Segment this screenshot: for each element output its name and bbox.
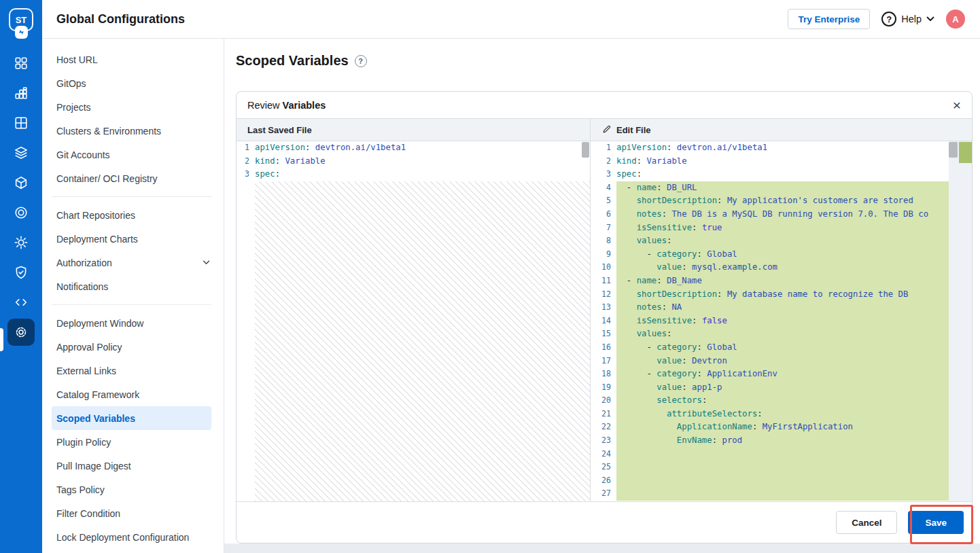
avatar[interactable]: A	[946, 10, 965, 29]
app-rail: ST	[0, 0, 42, 553]
stack-icon[interactable]	[13, 145, 29, 161]
main-content: Scoped Variables ? Review Variables × La…	[224, 39, 980, 553]
code-line-16: 16 - category: Global	[591, 341, 972, 355]
target-icon[interactable]	[13, 204, 29, 221]
code-line-20: 20 selectors:	[591, 394, 972, 408]
code-icon[interactable]	[13, 294, 29, 310]
page-help-icon[interactable]: ?	[355, 55, 367, 67]
cube-icon[interactable]	[13, 175, 29, 191]
right-pane-scrollbar[interactable]	[949, 142, 958, 158]
help-icon: ?	[881, 12, 896, 26]
code-line-12: 12 shortDescription: My database name to…	[591, 288, 972, 302]
code-line-26: 26	[591, 474, 972, 488]
devtron-logo-icon	[15, 26, 28, 39]
top-header: Global Configurations Try Enterprise ? H…	[42, 0, 980, 39]
left-pane-scrollbar[interactable]	[582, 142, 589, 158]
sidebar-item-deployment-window[interactable]: Deployment Window	[42, 311, 224, 335]
edit-file-header: Edit File	[591, 119, 972, 141]
code-line-24: 24	[591, 448, 972, 461]
sidebar-item-pull-image-digest[interactable]: Pull Image Digest	[42, 454, 224, 478]
code-line-13: 13 notes: NA	[591, 301, 972, 315]
code-line-27: 27	[591, 487, 972, 501]
chevron-down-icon	[203, 260, 210, 265]
sidebar-divider	[52, 196, 211, 197]
code-line-19: 19 value: app1-p	[591, 381, 972, 395]
code-line-11: 11 - name: DB_Name	[591, 274, 972, 288]
sidebar-item-notifications[interactable]: Notifications	[42, 274, 224, 298]
code-line-1: 1apiVersion: devtron.ai/v1beta1	[591, 141, 972, 155]
gear-sun-icon[interactable]	[13, 234, 29, 251]
sidebar-item-projects[interactable]: Projects	[42, 95, 224, 119]
apps-grid-icon[interactable]	[13, 55, 29, 71]
code-line-6: 6 notes: The DB is a MySQL DB running ve…	[591, 208, 972, 221]
app-logo[interactable]: ST	[9, 8, 33, 39]
chart-blocks-icon[interactable]	[13, 85, 29, 101]
sidebar-item-container-oci-registry[interactable]: Container/ OCI Registry	[42, 166, 224, 190]
sidebar-item-plugin-policy[interactable]: Plugin Policy	[42, 430, 224, 454]
sidebar-item-external-links[interactable]: External Links	[42, 359, 224, 382]
help-menu[interactable]: ? Help	[881, 12, 934, 26]
help-label: Help	[901, 14, 922, 24]
sidebar-divider	[52, 304, 211, 305]
sidebar-item-deployment-charts[interactable]: Deployment Charts	[42, 227, 224, 251]
review-variables-card: Review Variables × Last Saved File Edit …	[236, 91, 973, 543]
cancel-button[interactable]: Cancel	[836, 511, 897, 534]
code-line-8: 8 values:	[591, 234, 972, 248]
sidebar-item-approval-policy[interactable]: Approval Policy	[42, 335, 224, 359]
sidebar-item-host-url[interactable]: Host URL	[42, 48, 224, 71]
page-bottom-strip	[224, 543, 980, 553]
settings-gear-icon[interactable]	[7, 319, 35, 346]
sidebar-item-git-accounts[interactable]: Git Accounts	[42, 143, 224, 166]
sidebar-item-gitops[interactable]: GitOps	[42, 71, 224, 95]
edit-file-pane[interactable]: 1apiVersion: devtron.ai/v1beta12kind: Va…	[591, 141, 972, 501]
diff-change-marker	[959, 142, 972, 163]
config-sidebar: Host URLGitOpsProjectsClusters & Environ…	[42, 39, 224, 553]
code-line-21: 21 attributeSelectors:	[591, 408, 972, 421]
try-enterprise-button[interactable]: Try Enterprise	[788, 9, 870, 29]
last-saved-file-pane: 1apiVersion: devtron.ai/v1beta12kind: Va…	[237, 141, 591, 501]
code-line-5: 5 shortDescription: My application's cus…	[591, 194, 972, 208]
code-line-22: 22 ApplicationName: MyFirstApplication	[591, 421, 972, 434]
sidebar-item-chart-repositories[interactable]: Chart Repositories	[42, 203, 224, 227]
active-section-indicator	[0, 328, 3, 351]
code-line-2: 2kind: Variable	[591, 155, 972, 168]
modal-title: Review Variables	[247, 100, 326, 111]
code-line-10: 10 value: mysql.example.com	[591, 261, 972, 274]
overview-ruler	[949, 141, 972, 501]
sidebar-item-authorization[interactable]: Authorization	[42, 251, 224, 274]
code-line-25: 25	[591, 461, 972, 474]
code-line-3: 3spec:	[237, 168, 590, 181]
sidebar-item-catalog-framework[interactable]: Catalog Framework	[42, 382, 224, 406]
code-line-1: 1apiVersion: devtron.ai/v1beta1	[237, 141, 590, 155]
code-line-18: 18 - category: ApplicationEnv	[591, 368, 972, 381]
window-grid-icon[interactable]	[13, 115, 29, 131]
sidebar-item-filter-condition[interactable]: Filter Condition	[42, 501, 224, 525]
save-button[interactable]: Save	[908, 511, 964, 534]
chevron-down-icon	[926, 16, 934, 22]
code-line-3: 3spec:	[591, 168, 972, 181]
pencil-icon	[602, 124, 612, 136]
sidebar-item-scoped-variables[interactable]: Scoped Variables	[52, 406, 211, 430]
shield-check-icon[interactable]	[13, 264, 29, 281]
diff-empty-hatch	[255, 181, 590, 501]
code-line-23: 23 EnvName: prod	[591, 434, 972, 448]
close-icon[interactable]: ×	[953, 98, 961, 112]
sidebar-item-lock-deployment-configuration[interactable]: Lock Deployment Configuration	[42, 525, 224, 549]
code-line-9: 9 - category: Global	[591, 248, 972, 262]
code-line-14: 14 isSensitive: false	[591, 315, 972, 328]
code-line-4: 4 - name: DB_URL	[591, 181, 972, 195]
code-line-7: 7 isSensitive: true	[591, 221, 972, 235]
sidebar-item-tags-policy[interactable]: Tags Policy	[42, 478, 224, 501]
sidebar-item-clusters-environments[interactable]: Clusters & Environments	[42, 119, 224, 143]
code-line-15: 15 values:	[591, 327, 972, 341]
code-line-2: 2kind: Variable	[237, 155, 590, 168]
page-title: Scoped Variables	[236, 53, 349, 69]
page-header-title: Global Configurations	[56, 12, 185, 26]
last-saved-file-header: Last Saved File	[237, 119, 591, 141]
code-line-17: 17 value: Devtron	[591, 355, 972, 368]
